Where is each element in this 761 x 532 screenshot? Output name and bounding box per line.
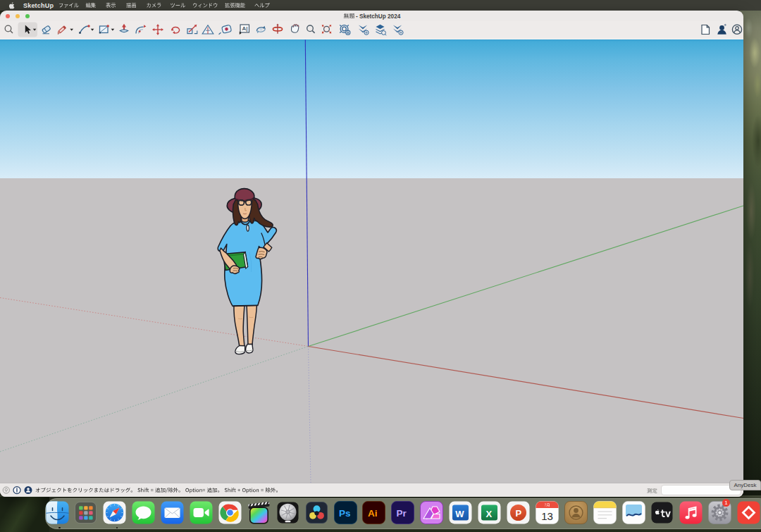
svg-text:Pr: Pr [397,508,407,519]
svg-text:- SketchUp 2024: - SketchUp 2024 [356,13,401,20]
svg-text:13: 13 [541,510,553,522]
svg-text:X: X [486,509,493,519]
svg-text:A|: A| [242,25,248,32]
svg-text:Ai: Ai [368,508,378,519]
svg-text:Ps: Ps [339,508,351,519]
svg-text:P: P [515,508,521,519]
svg-text:W: W [455,509,464,519]
